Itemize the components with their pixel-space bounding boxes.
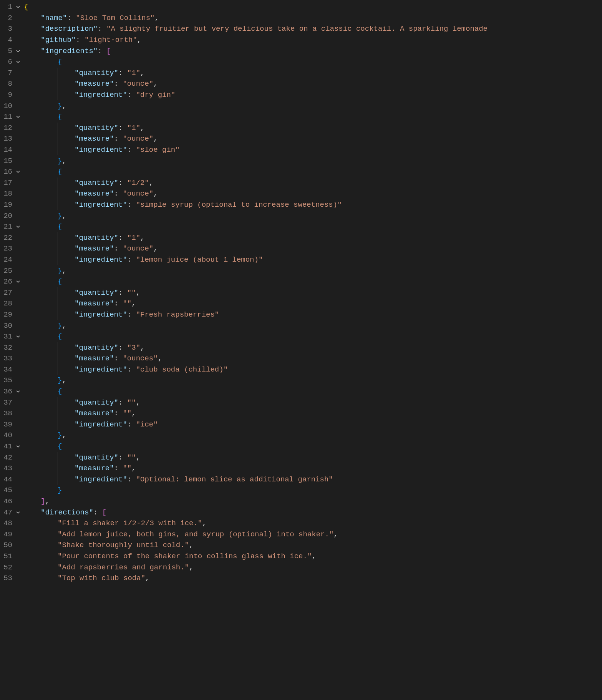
indent-guide	[58, 232, 58, 243]
code-line[interactable]: "measure": "",	[24, 463, 602, 474]
code-line[interactable]: {	[24, 166, 602, 177]
code-line[interactable]: {	[24, 386, 602, 397]
code-line[interactable]: },	[24, 210, 602, 221]
code-line[interactable]: "measure": "ounce",	[24, 188, 602, 199]
code-line[interactable]: {	[24, 111, 602, 123]
gutter-row: 33	[0, 353, 22, 364]
token-punct: :	[127, 255, 136, 264]
code-line[interactable]: }	[24, 485, 602, 496]
code-line[interactable]: {	[24, 441, 602, 452]
code-line[interactable]: {	[24, 276, 602, 287]
chevron-down-icon	[15, 169, 21, 175]
indent-guide	[24, 100, 24, 111]
code-line[interactable]: "measure": "ounce",	[24, 243, 602, 254]
code-line[interactable]: {	[24, 331, 602, 342]
gutter-row: 48	[0, 518, 22, 529]
fold-toggle[interactable]	[14, 48, 22, 54]
indent-guide	[41, 551, 41, 562]
indent-guide	[58, 353, 58, 364]
code-line[interactable]: "Shake thoroughly until cold.",	[24, 540, 602, 551]
code-line[interactable]: "measure": "",	[24, 408, 602, 419]
fold-toggle[interactable]	[14, 224, 22, 230]
code-line[interactable]: "measure": "",	[24, 298, 602, 309]
indent-guide	[24, 320, 24, 331]
fold-toggle[interactable]	[14, 443, 22, 450]
code-line[interactable]: "ingredient": "sloe gin"	[24, 144, 602, 156]
token-key: "ingredient"	[75, 91, 127, 99]
code-line[interactable]: "quantity": "",	[24, 397, 602, 408]
code-line[interactable]: },	[24, 265, 602, 276]
code-line[interactable]: "quantity": "1",	[24, 232, 602, 243]
token-punct: :	[118, 69, 127, 77]
code-line[interactable]: "Fill a shaker 1/2-2/3 with ice.",	[24, 518, 602, 529]
code-line[interactable]: "name": "Sloe Tom Collins",	[24, 13, 602, 24]
code-line[interactable]: "ingredient": "Optional: lemon slice as …	[24, 474, 602, 485]
fold-toggle[interactable]	[14, 509, 22, 516]
code-line[interactable]: },	[24, 375, 602, 386]
code-line[interactable]: "quantity": "1/2",	[24, 177, 602, 189]
code-line[interactable]: "measure": "ounce",	[24, 133, 602, 144]
code-line[interactable]: "ingredient": "club soda (chilled)"	[24, 364, 602, 375]
fold-toggle[interactable]	[14, 388, 22, 395]
code-line[interactable]: "quantity": "3",	[24, 342, 602, 353]
code-line[interactable]: "ingredient": "Fresh rapsberries"	[24, 309, 602, 320]
fold-toggle[interactable]	[14, 279, 22, 285]
fold-toggle[interactable]	[14, 169, 22, 175]
fold-toggle[interactable]	[14, 333, 22, 340]
code-line[interactable]: "quantity": "",	[24, 287, 602, 298]
code-line[interactable]: "description": "A slighty fruitier but v…	[24, 23, 602, 35]
code-line[interactable]: {	[24, 2, 602, 13]
token-punct: :	[118, 124, 127, 132]
fold-toggle[interactable]	[14, 114, 22, 120]
gutter-row: 29	[0, 309, 22, 320]
code-line[interactable]: "Pour contents of the shaker into collin…	[24, 551, 602, 562]
code-line[interactable]: },	[24, 320, 602, 331]
gutter-row: 45	[0, 485, 22, 496]
fold-toggle[interactable]	[14, 4, 22, 10]
line-number: 33	[0, 354, 14, 363]
token-punct: ,	[189, 563, 193, 572]
indent-guide	[58, 243, 58, 254]
line-number: 9	[0, 91, 14, 99]
code-line[interactable]: {	[24, 56, 602, 68]
code-line[interactable]: "Add rapsberries and garnish.",	[24, 562, 602, 573]
code-line[interactable]: },	[24, 430, 602, 441]
code-line[interactable]: {	[24, 221, 602, 232]
code-line[interactable]: "quantity": "1",	[24, 123, 602, 134]
token-key: "measure"	[75, 354, 114, 363]
code-line[interactable]: },	[24, 155, 602, 166]
code-line[interactable]: "measure": "ounce",	[24, 78, 602, 90]
code-line[interactable]: "ingredient": "simple syrup (optional to…	[24, 199, 602, 211]
code-area[interactable]: {"name": "Sloe Tom Collins","description…	[22, 0, 602, 700]
code-line[interactable]: "quantity": "",	[24, 452, 602, 463]
code-line[interactable]: "ingredient": "ice"	[24, 419, 602, 430]
code-line[interactable]: },	[24, 100, 602, 111]
gutter-row: 12	[0, 123, 22, 134]
indent-guide	[58, 144, 58, 156]
code-line[interactable]: ],	[24, 496, 602, 507]
indent-guide	[24, 298, 24, 309]
indent-guide	[41, 123, 41, 134]
code-line[interactable]: "Add lemon juice, both gins, and syrup (…	[24, 529, 602, 540]
code-line[interactable]: "directions": [	[24, 507, 602, 518]
token-key: "ingredient"	[75, 310, 127, 319]
code-line[interactable]: "measure": "ounces",	[24, 353, 602, 364]
token-punct: ,	[202, 519, 206, 527]
token-punct: :	[118, 234, 127, 242]
code-line[interactable]: "ingredient": "dry gin"	[24, 90, 602, 101]
indent-guide	[58, 298, 58, 309]
token-key: "directions"	[41, 508, 93, 517]
gutter-row: 39	[0, 419, 22, 430]
code-line[interactable]: "github": "light-orth",	[24, 35, 602, 46]
code-editor[interactable]: 1234567891011121314151617181920212223242…	[0, 0, 602, 700]
code-line[interactable]: "ingredient": "lemon juice (about 1 lemo…	[24, 254, 602, 265]
token-punct: :	[98, 47, 106, 55]
gutter-row: 38	[0, 408, 22, 419]
indent-guide	[58, 68, 58, 79]
code-line[interactable]: "Top with club soda",	[24, 573, 602, 584]
token-punct: ,	[158, 354, 162, 363]
code-line[interactable]: "quantity": "1",	[24, 68, 602, 79]
code-line[interactable]: "ingredients": [	[24, 45, 602, 56]
gutter-row: 37	[0, 397, 22, 408]
fold-toggle[interactable]	[14, 59, 22, 65]
